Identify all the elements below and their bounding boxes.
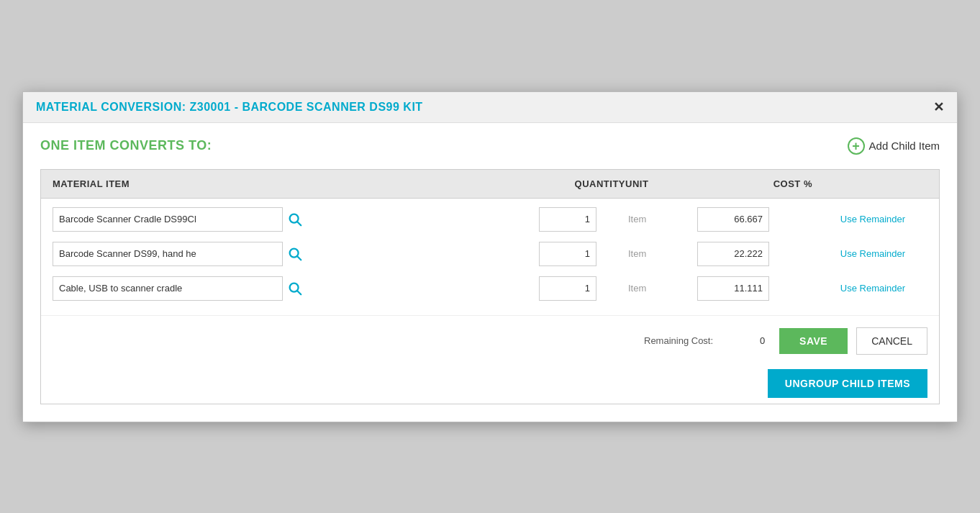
svg-line-3 — [297, 256, 301, 260]
item-input-2[interactable] — [53, 242, 283, 266]
table-row: Item Use Remainder — [53, 242, 927, 266]
add-child-icon: + — [848, 137, 865, 155]
ungroup-button[interactable]: UNGROUP CHILD ITEMS — [768, 369, 927, 398]
qty-input-3[interactable] — [539, 276, 596, 301]
close-button[interactable]: ✕ — [933, 101, 944, 114]
remaining-label: Remaining Cost: — [644, 335, 713, 346]
col-actions — [812, 178, 927, 189]
cancel-button[interactable]: CANCEL — [856, 327, 927, 355]
cost-input-2[interactable] — [697, 242, 769, 266]
cost-cell-1 — [697, 207, 812, 232]
cost-cell-2 — [697, 242, 812, 266]
dialog-body: ONE ITEM CONVERTS TO: + Add Child Item M… — [23, 123, 957, 422]
dialog-header: MATERIAL CONVERSION: Z30001 - BARCODE SC… — [23, 92, 957, 123]
table-row: Item Use Remainder — [53, 276, 927, 301]
footer-row: Remaining Cost: 0 SAVE CANCEL — [41, 315, 939, 360]
item-input-wrapper-2 — [53, 242, 539, 266]
search-button-2[interactable] — [287, 246, 303, 262]
use-remainder-button-2[interactable]: Use Remainder — [812, 248, 927, 259]
cost-input-3[interactable] — [697, 276, 769, 301]
unit-label-1: Item — [625, 214, 697, 224]
item-input-wrapper-3 — [53, 276, 539, 301]
material-conversion-dialog: MATERIAL CONVERSION: Z30001 - BARCODE SC… — [22, 91, 958, 422]
use-remainder-button-1[interactable]: Use Remainder — [812, 214, 927, 224]
svg-line-1 — [297, 222, 301, 225]
section-header: ONE ITEM CONVERTS TO: + Add Child Item — [40, 137, 940, 155]
cost-cell-3 — [697, 276, 812, 301]
items-table: MATERIAL ITEM QUANTITY UNIT COST % — [40, 169, 940, 404]
col-cost-pct: COST % — [697, 178, 812, 189]
dialog-title: MATERIAL CONVERSION: Z30001 - BARCODE SC… — [36, 101, 423, 114]
table-body: Item Use Remainder — [41, 199, 939, 309]
col-quantity: QUANTITY — [539, 178, 625, 189]
unit-label-3: Item — [625, 283, 697, 294]
add-child-button[interactable]: + Add Child Item — [848, 137, 940, 155]
table-header: MATERIAL ITEM QUANTITY UNIT COST % — [41, 170, 939, 199]
ungroup-section: UNGROUP CHILD ITEMS — [41, 360, 939, 404]
search-button-1[interactable] — [287, 212, 303, 227]
table-row: Item Use Remainder — [53, 207, 927, 232]
add-child-label: Add Child Item — [869, 140, 940, 152]
item-input-1[interactable] — [53, 207, 283, 232]
section-label: ONE ITEM CONVERTS TO: — [40, 138, 212, 153]
remaining-value: 0 — [722, 335, 765, 346]
svg-line-5 — [297, 291, 301, 294]
item-input-wrapper-1 — [53, 207, 539, 232]
search-button-3[interactable] — [287, 281, 303, 296]
qty-input-1[interactable] — [539, 207, 596, 232]
item-input-3[interactable] — [53, 276, 283, 301]
col-material-item: MATERIAL ITEM — [53, 178, 539, 189]
use-remainder-button-3[interactable]: Use Remainder — [812, 283, 927, 294]
cost-input-1[interactable] — [697, 207, 769, 232]
qty-input-2[interactable] — [539, 242, 596, 266]
save-button[interactable]: SAVE — [779, 328, 848, 354]
col-unit: UNIT — [625, 178, 697, 189]
unit-label-2: Item — [625, 248, 697, 259]
